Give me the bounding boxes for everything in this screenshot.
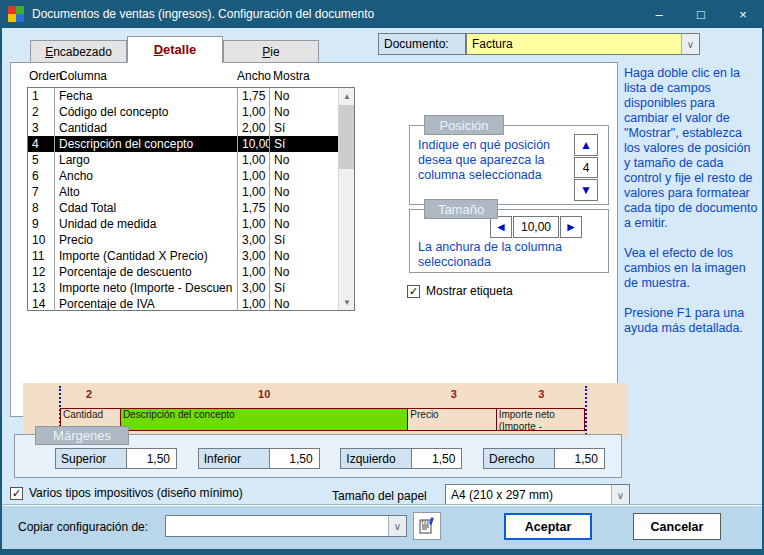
list-cell-ord: 12 xyxy=(28,264,55,280)
columns-list[interactable]: 1Fecha1,75No2Código del concepto1,00No3C… xyxy=(27,87,355,311)
position-value-field[interactable]: 4 xyxy=(574,157,598,178)
document-pen-icon xyxy=(417,516,437,536)
width-decrease-icon[interactable]: ◄ xyxy=(490,216,512,238)
list-cell-mos: No xyxy=(270,104,338,120)
mostrar-etiqueta-checkbox[interactable]: ✓ Mostrar etiqueta xyxy=(407,284,513,298)
list-item[interactable]: 9Unidad de medida1,00No xyxy=(28,216,338,232)
help-paragraph: Presione F1 para una ayuda más detallada… xyxy=(624,306,758,336)
list-item[interactable]: 5Largo1,00No xyxy=(28,152,338,168)
margin-value-field[interactable]: 1,50 xyxy=(555,448,605,469)
list-cell-col: Porcentaje de descuento xyxy=(55,264,238,280)
chevron-down-icon[interactable]: ∨ xyxy=(388,516,406,536)
list-cell-ord: 9 xyxy=(28,216,55,232)
preview-row: CantidadDescripción del conceptoPrecioIm… xyxy=(60,408,585,431)
list-cell-anc: 1,00 xyxy=(238,184,270,200)
varios-tipos-checkbox[interactable]: ✓ Varios tipos impositivos (diseño mínim… xyxy=(10,486,243,500)
list-cell-anc: 1,00 xyxy=(238,264,270,280)
copiar-select[interactable]: ∨ xyxy=(165,515,407,537)
checkbox-check-icon[interactable]: ✓ xyxy=(407,285,420,298)
tab-pie[interactable]: Pie xyxy=(223,40,319,63)
preview-width-labels: 21033 xyxy=(60,388,585,400)
list-cell-mos: No xyxy=(270,184,338,200)
list-item[interactable]: 8Cdad Total1,75No xyxy=(28,200,338,216)
mostrar-etiqueta-label: Mostrar etiqueta xyxy=(426,284,513,298)
chevron-down-icon[interactable]: ∨ xyxy=(611,485,629,505)
margin-label: Superior xyxy=(55,448,127,469)
width-value-field[interactable]: 10,00 xyxy=(513,216,559,238)
list-cell-col: Porcentaje de IVA xyxy=(55,296,238,310)
vertical-scrollbar[interactable]: ▲ ▼ xyxy=(338,88,354,310)
papel-value: A4 (210 x 297 mm) xyxy=(446,488,611,502)
list-item[interactable]: 3Cantidad2,00Sí xyxy=(28,120,338,136)
position-up-icon[interactable]: ▲ xyxy=(574,134,598,156)
list-cell-ord: 8 xyxy=(28,200,55,216)
varios-tipos-label: Varios tipos impositivos (diseño mínimo) xyxy=(29,486,243,500)
list-cell-mos: Sí xyxy=(270,120,338,136)
scroll-up-icon[interactable]: ▲ xyxy=(339,88,355,104)
scrollbar-thumb[interactable] xyxy=(339,105,355,169)
list-cell-anc: 1,00 xyxy=(238,168,270,184)
documento-select[interactable]: Factura ∨ xyxy=(466,33,700,55)
copiar-label: Copiar configuración de: xyxy=(18,520,148,534)
margin-value-field[interactable]: 1,50 xyxy=(412,448,462,469)
cancelar-button[interactable]: Cancelar xyxy=(633,513,721,540)
papel-label: Tamaño del papel xyxy=(332,489,427,503)
close-button[interactable]: × xyxy=(722,0,764,28)
list-cell-col: Alto xyxy=(55,184,238,200)
posicion-group: Indique en qué posición desea que aparez… xyxy=(409,125,609,205)
list-item[interactable]: 10Precio3,00Sí xyxy=(28,232,338,248)
papel-select[interactable]: A4 (210 x 297 mm) ∨ xyxy=(445,484,630,506)
list-cell-ord: 7 xyxy=(28,184,55,200)
list-header-mostrar: Mostra xyxy=(273,69,310,83)
margin-field-inferior: Inferior1,50 xyxy=(198,448,320,469)
list-header-columna: Columna xyxy=(59,69,107,83)
preview-width-value: 3 xyxy=(498,388,586,400)
margin-field-derecho: Derecho1,50 xyxy=(483,448,605,469)
chevron-down-icon[interactable]: ∨ xyxy=(681,34,699,54)
margin-value-field[interactable]: 1,50 xyxy=(270,448,320,469)
tab-detalle[interactable]: Detalle xyxy=(127,36,223,63)
list-cell-col: Cdad Total xyxy=(55,200,238,216)
list-cell-col: Fecha xyxy=(55,88,238,104)
list-item[interactable]: 2Código del concepto1,00No xyxy=(28,104,338,120)
list-cell-ord: 4 xyxy=(28,136,55,152)
list-cell-ord: 5 xyxy=(28,152,55,168)
list-cell-anc: 1,75 xyxy=(238,88,270,104)
list-cell-col: Descripción del concepto xyxy=(55,136,238,152)
list-cell-mos: No xyxy=(270,200,338,216)
maximize-button[interactable]: □ xyxy=(680,0,722,28)
right-margin-guide xyxy=(585,386,587,435)
list-cell-ord: 11 xyxy=(28,248,55,264)
margenes-group-label: Márgenes xyxy=(35,426,129,445)
list-cell-ord: 14 xyxy=(28,296,55,310)
list-item[interactable]: 6Ancho1,00No xyxy=(28,168,338,184)
preview-width-value: 2 xyxy=(60,388,118,400)
list-cell-col: Ancho xyxy=(55,168,238,184)
width-increase-icon[interactable]: ► xyxy=(560,216,582,238)
aceptar-button[interactable]: Aceptar xyxy=(504,513,592,540)
list-item[interactable]: 11Importe (Cantidad X Precio)3,00No xyxy=(28,248,338,264)
list-header-ancho: Ancho xyxy=(237,69,271,83)
list-cell-mos: No xyxy=(270,168,338,184)
bottom-bar: Copiar configuración de: ∨ Aceptar Cance… xyxy=(2,506,762,549)
documento-value: Factura xyxy=(467,37,681,51)
list-item[interactable]: 14Porcentaje de IVA1,00No xyxy=(28,296,338,310)
list-item[interactable]: 1Fecha1,75No xyxy=(28,88,338,104)
scroll-down-icon[interactable]: ▼ xyxy=(339,294,355,310)
position-down-icon[interactable]: ▼ xyxy=(574,179,598,201)
margin-value-field[interactable]: 1,50 xyxy=(127,448,177,469)
list-cell-anc: 1,00 xyxy=(238,104,270,120)
list-item[interactable]: 4Descripción del concepto10,00Sí xyxy=(28,136,338,152)
list-cell-anc: 3,00 xyxy=(238,248,270,264)
list-item[interactable]: 12Porcentaje de descuento1,00No xyxy=(28,264,338,280)
help-paragraph: Vea el efecto de los cambios en la image… xyxy=(624,246,758,291)
list-cell-mos: Sí xyxy=(270,280,338,296)
checkbox-check-icon[interactable]: ✓ xyxy=(10,487,23,500)
list-item[interactable]: 13Importe neto (Importe - Descuen3,00Sí xyxy=(28,280,338,296)
tab-encabezado[interactable]: Encabezado xyxy=(30,40,127,63)
minimize-button[interactable]: – xyxy=(638,0,680,28)
list-cell-mos: No xyxy=(270,264,338,280)
copy-config-button[interactable] xyxy=(413,512,441,540)
list-item[interactable]: 7Alto1,00No xyxy=(28,184,338,200)
list-cell-ord: 1 xyxy=(28,88,55,104)
